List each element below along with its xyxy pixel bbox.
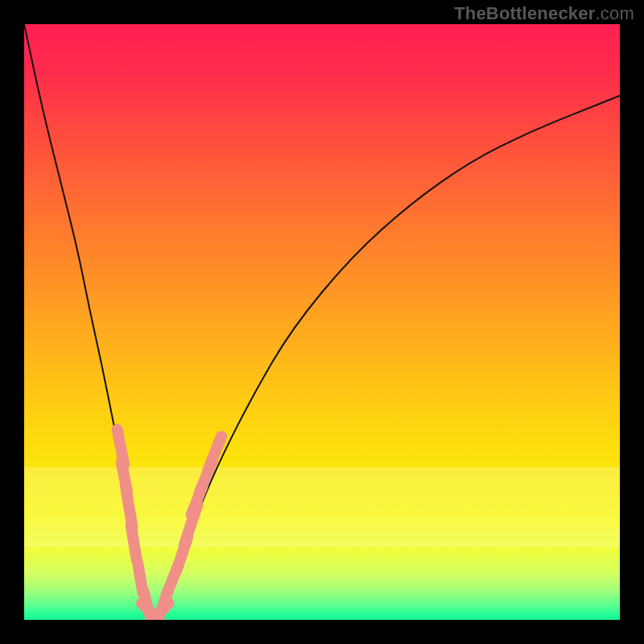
curve-layer — [24, 24, 620, 620]
plot-frame — [0, 0, 644, 644]
bead — [208, 436, 221, 469]
bead — [131, 525, 137, 560]
watermark-suffix: .com — [596, 3, 634, 23]
watermark: TheBottlenecker.com — [454, 3, 634, 24]
curve-beads — [118, 430, 222, 620]
bottleneck-curve — [24, 24, 620, 618]
plot-area — [24, 24, 620, 620]
watermark-bold: TheBottlenecker — [454, 3, 595, 23]
chart-stage: TheBottlenecker.com — [0, 0, 644, 644]
